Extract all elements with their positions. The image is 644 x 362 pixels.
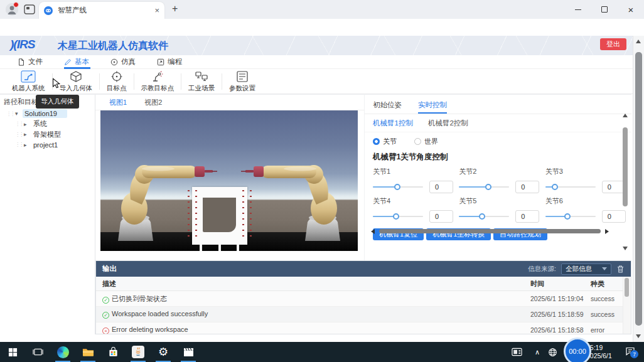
page-scroll-thumb[interactable] (635, 52, 642, 326)
window-close-icon[interactable]: × (618, 0, 644, 19)
panel-scrollbar[interactable] (621, 114, 629, 250)
taskbar-java-app-icon[interactable] (126, 342, 151, 362)
view-tab-1[interactable]: 视图2 (136, 95, 171, 110)
browser-tab[interactable]: 智慧产线 × (39, 2, 164, 19)
joint-slider[interactable] (545, 183, 596, 191)
pen-icon (64, 58, 72, 66)
drag-handle-icon[interactable]: ⋮⋮ (6, 111, 13, 117)
taskbar-edge-icon[interactable] (50, 342, 75, 362)
taskbar-clock[interactable]: 15:19 2025/6/1 (586, 344, 623, 360)
radio-icon[interactable] (373, 138, 380, 145)
page-scrollbar[interactable] (633, 36, 644, 342)
slider-thumb[interactable] (479, 213, 485, 220)
menu-item-0[interactable]: 文件 (18, 55, 43, 69)
recording-time: 00:00 (569, 348, 586, 355)
output-scrollbar[interactable] (623, 277, 631, 334)
viewport-3d[interactable] (100, 110, 358, 251)
tool-bar: 机器人系统 导入几何体 目标点 示教目标点 工业场景 参数设置 (0, 69, 633, 94)
file-explorer-icon (82, 347, 94, 357)
joint-value-input[interactable]: 0 (429, 210, 453, 223)
taskbar-video-app-icon[interactable] (176, 342, 201, 362)
toolbar-item-2[interactable]: 目标点 (100, 70, 134, 93)
screen: 智慧产线 × + × ← ↻ localhost A ★ ☆ ⋯ )(IRS 木… (0, 0, 644, 362)
workspaces-icon[interactable] (24, 4, 35, 14)
source-select[interactable]: 全部信息 (561, 264, 611, 275)
drag-handle-icon[interactable]: ⋮⋮ (15, 142, 21, 147)
menu-item-2[interactable]: 仿真 (110, 55, 136, 69)
tree-node-1[interactable]: ⋮⋮ ▸ 骨架模型 (0, 129, 95, 140)
joint-label: 关节4 (373, 196, 454, 206)
chevron-down-icon (602, 267, 607, 270)
joint-slider[interactable] (373, 213, 423, 220)
slider-thumb[interactable] (394, 184, 400, 190)
tab-favicon-icon (44, 6, 53, 15)
logout-button[interactable]: 登出 (600, 38, 626, 50)
caret-right-icon[interactable]: ▸ (24, 131, 29, 137)
horizontal-scrollbar[interactable] (371, 228, 609, 235)
recording-timer-overlay[interactable]: 00:00 (564, 338, 591, 362)
joint-slider[interactable] (373, 183, 423, 191)
tab-close-icon[interactable]: × (154, 6, 159, 14)
task-view-button[interactable] (25, 342, 50, 362)
joint-5: 关节5 0 (459, 193, 540, 223)
source-label: 信息来源: (528, 265, 556, 274)
control-tab-1[interactable]: 实时控制 (418, 100, 447, 114)
scroll-right-icon[interactable] (605, 229, 609, 234)
caret-right-icon[interactable]: ▸ (24, 121, 29, 127)
caret-right-icon[interactable]: ▸ (24, 142, 29, 148)
hidden-icons-chevron[interactable]: ∧ (531, 342, 544, 362)
view-tab-0[interactable]: 视图1 (100, 95, 136, 110)
scroll-down-icon[interactable] (623, 247, 628, 250)
output-row-0: ✓已切换到骨架状态 2025/6/1 15:19:04 success (96, 291, 631, 307)
network-icon[interactable] (545, 342, 560, 362)
tree-node-0[interactable]: ⋮⋮ ▸ 系统 (0, 119, 95, 130)
joint-slider[interactable] (545, 213, 596, 220)
slider-thumb[interactable] (485, 184, 491, 190)
tree-node-2[interactable]: ⋮⋮ ▸ project1 (0, 140, 95, 151)
page-scroll-up-icon[interactable] (636, 40, 641, 43)
joint-value-input[interactable]: 0 (515, 181, 539, 193)
arm-tab-0[interactable]: 机械臂1控制 (373, 119, 413, 128)
control-tab-0[interactable]: 初始位姿 (373, 100, 402, 114)
caret-down-icon[interactable]: ▾ (15, 110, 20, 117)
toolbar-item-5[interactable]: 参数设置 (222, 70, 262, 93)
toolbar-item-4[interactable]: 工业场景 (181, 70, 222, 93)
menu-item-1[interactable]: 基本 (64, 55, 89, 69)
slider-thumb[interactable] (552, 184, 558, 190)
slider-thumb[interactable] (564, 213, 571, 220)
menu-item-3[interactable]: 编程 (157, 55, 182, 69)
scroll-up-icon[interactable] (623, 114, 628, 117)
start-button[interactable] (0, 342, 25, 362)
new-tab-icon[interactable]: + (172, 3, 178, 14)
toolbar-item-3[interactable]: 示教目标点 (134, 70, 181, 93)
scroll-left-icon[interactable] (371, 229, 375, 234)
joint-slider[interactable] (459, 213, 509, 220)
tooltip: 导入几何体 (36, 95, 79, 109)
taskbar-store-icon[interactable] (100, 342, 126, 362)
joint-value-input[interactable]: 0 (515, 210, 539, 223)
window-restore-icon[interactable] (591, 0, 618, 19)
v-scroll-thumb[interactable] (623, 127, 628, 206)
taskbar-settings-icon[interactable]: ⚙ (151, 342, 176, 362)
control-panel: 初始位姿实时控制 机械臂1控制机械臂2控制 关节 世界 机械臂1关节角度控制 关… (364, 94, 631, 260)
taskbar-file-explorer-icon[interactable] (75, 342, 100, 362)
page-scroll-down-icon[interactable] (636, 334, 641, 338)
drag-handle-icon[interactable]: ⋮⋮ (15, 121, 21, 127)
joint-slider[interactable] (459, 183, 509, 191)
mode-radio-0[interactable]: 关节 (373, 137, 397, 146)
joint-value-input[interactable]: 0 (429, 181, 453, 193)
radio-icon[interactable] (414, 138, 421, 145)
news-tray-icon[interactable] (507, 342, 526, 362)
output-row-2: ×Error deleting workspace 2025/6/1 15:18… (96, 322, 631, 334)
window-minimize-icon[interactable] (565, 0, 591, 19)
profile-avatar-icon[interactable] (6, 3, 18, 16)
clear-output-trash-icon[interactable] (616, 265, 625, 274)
drag-handle-icon[interactable]: ⋮⋮ (15, 132, 21, 137)
tree-node-root[interactable]: ⋮⋮ ▾ Solution19 (0, 109, 95, 119)
slider-thumb[interactable] (393, 213, 399, 220)
toolbar-item-0[interactable]: 机器人系统 (5, 70, 52, 93)
h-scroll-thumb[interactable] (379, 229, 601, 233)
arm-tab-1[interactable]: 机械臂2控制 (428, 119, 468, 128)
mode-radio-1[interactable]: 世界 (414, 137, 438, 146)
output-column: 时间 (530, 279, 591, 289)
